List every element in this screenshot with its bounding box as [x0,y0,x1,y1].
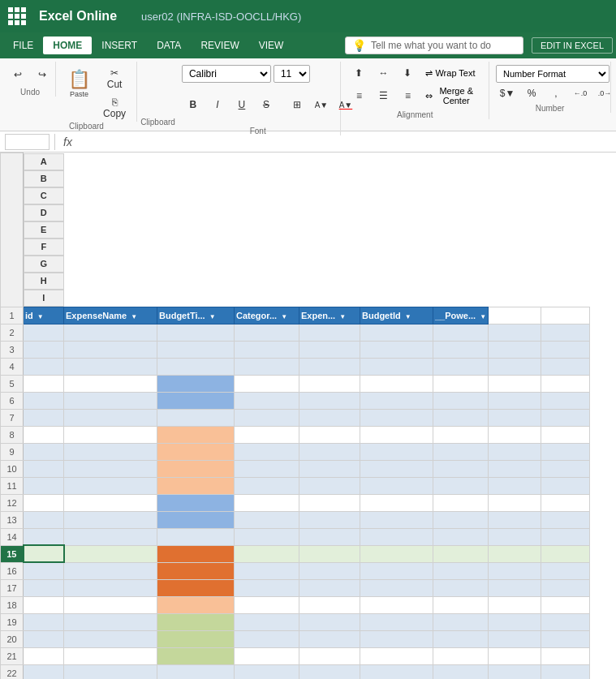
cell-B2[interactable] [64,324,157,341]
cell-I14[interactable] [541,528,590,545]
number-format-select[interactable]: Number Format [496,65,610,83]
cell-D9[interactable] [235,443,299,460]
cell-G16[interactable] [433,562,489,579]
cell-G20[interactable] [433,630,489,647]
cell-C9[interactable] [157,443,235,460]
cell-A11[interactable] [24,477,64,494]
grid-container[interactable]: A B C D E F G H I 1 id ▼ ExpenseName ▼ [0,153,616,679]
cell-F11[interactable] [360,477,433,494]
cell-A5[interactable] [24,375,64,392]
cell-A4[interactable] [24,358,64,375]
cell-G9[interactable] [433,443,489,460]
cell-E3[interactable] [299,341,360,358]
cell-C14[interactable] [157,528,235,545]
align-center-button[interactable]: ☰ [372,88,394,104]
cell-F21[interactable] [360,647,433,664]
cell-F12[interactable] [360,494,433,511]
cell-B20[interactable] [64,630,157,647]
cell-A19[interactable] [24,613,64,630]
cell-I4[interactable] [541,358,590,375]
wrap-text-button[interactable]: ⇌ Wrap Text [420,66,480,81]
cell-F10[interactable] [360,460,433,477]
cell-E22[interactable] [299,664,360,679]
cell-I13[interactable] [541,511,590,528]
cell-H14[interactable] [489,528,541,545]
cell-I12[interactable] [541,494,590,511]
row-num-19[interactable]: 19 [1,613,24,630]
cut-button[interactable]: ✂ Cut [99,65,130,92]
cell-G7[interactable] [433,409,489,426]
cell-A14[interactable] [24,528,64,545]
cell-G10[interactable] [433,460,489,477]
cell-B8[interactable] [64,426,157,443]
cell-A9[interactable] [24,443,64,460]
cell-I22[interactable] [541,664,590,679]
row-num-2[interactable]: 2 [1,324,24,341]
cell-B19[interactable] [64,613,157,630]
cell-G6[interactable] [433,392,489,409]
cell-E8[interactable] [299,426,360,443]
row-num-16[interactable]: 16 [1,562,24,579]
cell-E15[interactable] [299,545,360,562]
row-num-8[interactable]: 8 [1,426,24,443]
cell-B3[interactable] [64,341,157,358]
cell-E17[interactable] [299,579,360,596]
col-head-f[interactable]: F [24,239,64,256]
cell-H5[interactable] [489,375,541,392]
menu-insert[interactable]: INSERT [92,37,147,54]
cell-G13[interactable] [433,511,489,528]
cell-H11[interactable] [489,477,541,494]
cell-I7[interactable] [541,409,590,426]
cell-e1[interactable]: Expen... ▼ [299,307,360,324]
cell-C22[interactable] [157,664,235,679]
row-num-14[interactable]: 14 [1,528,24,545]
cell-D4[interactable] [235,358,299,375]
cell-E10[interactable] [299,460,360,477]
cell-D14[interactable] [235,528,299,545]
cell-H18[interactable] [489,596,541,613]
redo-button[interactable]: ↪ [31,67,54,83]
cell-H6[interactable] [489,392,541,409]
row-num-13[interactable]: 13 [1,511,24,528]
cell-A7[interactable] [24,409,64,426]
cell-C18[interactable] [157,596,235,613]
cell-C15[interactable] [157,545,235,562]
cell-E9[interactable] [299,443,360,460]
col-head-c[interactable]: C [24,187,64,204]
cell-D12[interactable] [235,494,299,511]
cell-I6[interactable] [541,392,590,409]
cell-A15[interactable] [24,545,64,562]
cell-C17[interactable] [157,579,235,596]
percent-button[interactable]: % [520,85,543,101]
cell-F6[interactable] [360,392,433,409]
borders-button[interactable]: ⊞ [286,97,308,113]
cell-F15[interactable] [360,545,433,562]
cell-I19[interactable] [541,613,590,630]
cell-G17[interactable] [433,579,489,596]
cell-D3[interactable] [235,341,299,358]
formula-input[interactable] [77,136,611,148]
cell-b1[interactable]: ExpenseName ▼ [64,307,157,324]
cell-G18[interactable] [433,596,489,613]
cell-B18[interactable] [64,596,157,613]
row-num-5[interactable]: 5 [1,375,24,392]
cell-C4[interactable] [157,358,235,375]
comma-button[interactable]: , [545,85,567,101]
row-num-12[interactable]: 12 [1,494,24,511]
cell-E16[interactable] [299,562,360,579]
cell-F3[interactable] [360,341,433,358]
cell-G15[interactable] [433,545,489,562]
cell-B7[interactable] [64,409,157,426]
cell-G22[interactable] [433,664,489,679]
cell-E20[interactable] [299,630,360,647]
row-num-17[interactable]: 17 [1,579,24,596]
cell-F5[interactable] [360,375,433,392]
cell-D6[interactable] [235,392,299,409]
align-bottom-button[interactable]: ⬇ [396,65,419,81]
cell-A18[interactable] [24,596,64,613]
cell-A21[interactable] [24,647,64,664]
cell-C16[interactable] [157,562,235,579]
cell-C2[interactable] [157,324,235,341]
cell-B11[interactable] [64,477,157,494]
cell-I10[interactable] [541,460,590,477]
